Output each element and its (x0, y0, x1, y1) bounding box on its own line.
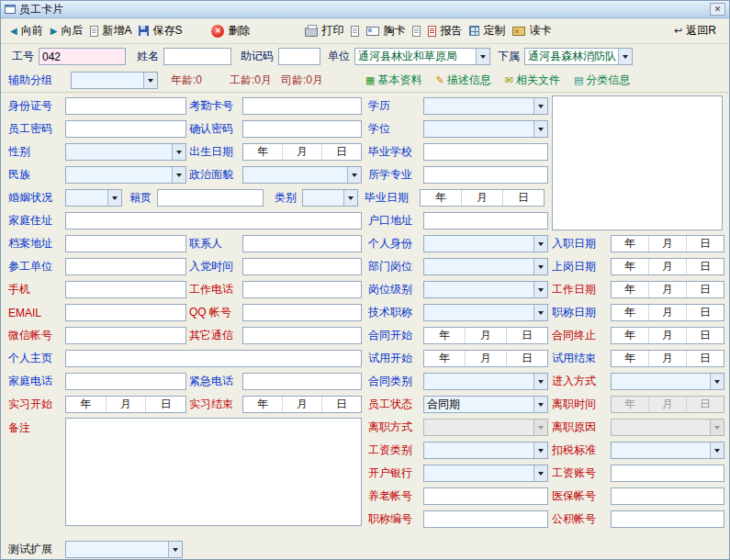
leave-reason-value (612, 420, 710, 435)
title-date-field[interactable]: 年月日 (611, 304, 724, 321)
name-field[interactable] (163, 48, 231, 65)
post-level-combo[interactable] (423, 281, 548, 298)
id-card-input[interactable] (65, 97, 186, 115)
basic-info-icon: ▦ (365, 75, 375, 85)
emp-status-combo[interactable]: 合同期 (423, 396, 548, 413)
backward-button[interactable]: ▶向后 (47, 21, 87, 40)
return-button[interactable]: ↩返回R (670, 21, 720, 40)
subordinate-value: 通河县森林消防队 (525, 49, 618, 64)
intern-start-field[interactable]: 年月日 (65, 396, 186, 413)
post-date-field[interactable]: 年月日 (611, 258, 724, 275)
qq-input[interactable] (242, 304, 362, 321)
close-button[interactable]: ✕ (710, 3, 725, 16)
bank-label: 开户银行 (368, 465, 423, 481)
tax-standard-combo[interactable] (611, 442, 724, 459)
delete-icon: ✕ (211, 25, 224, 38)
attendance-card-input[interactable] (242, 97, 362, 115)
customize-button[interactable]: 定制 (466, 21, 509, 40)
password-input[interactable] (65, 120, 186, 138)
test-ext-combo[interactable] (65, 541, 183, 558)
read-card-button[interactable]: 读卡 (509, 21, 555, 40)
major-input[interactable] (423, 166, 548, 184)
tab-related-files[interactable]: ✉相关文件 (505, 73, 560, 88)
trial-start-field[interactable]: 年月日 (423, 350, 548, 367)
marital-combo[interactable] (65, 189, 122, 207)
save-button[interactable]: 保存S (135, 21, 185, 40)
tax-standard-value (612, 442, 710, 458)
graduate-date-label: 毕业日期 (365, 190, 420, 206)
party-date-input[interactable] (242, 258, 362, 275)
household-address-input[interactable] (423, 212, 548, 230)
bank-combo[interactable] (423, 465, 548, 482)
work-date-field[interactable]: 年月日 (611, 281, 724, 298)
school-input[interactable] (423, 143, 548, 161)
new-button[interactable]: 新增A (86, 21, 135, 40)
badge-preview-button[interactable] (409, 24, 424, 39)
mobile-input[interactable] (65, 281, 186, 298)
degree-combo[interactable] (423, 120, 548, 138)
ethnicity-combo[interactable] (65, 166, 186, 184)
email-input[interactable] (65, 304, 186, 321)
archive-address-input[interactable] (65, 235, 186, 252)
salary-account-input[interactable] (611, 465, 724, 482)
trial-end-field[interactable]: 年月日 (611, 350, 724, 367)
tech-title-combo[interactable] (423, 304, 548, 321)
home-address-input[interactable] (65, 212, 362, 230)
emergency-phone-input[interactable] (242, 373, 362, 390)
homepage-input[interactable] (65, 350, 362, 367)
pension-account-input[interactable] (423, 487, 548, 505)
confirm-password-input[interactable] (242, 120, 362, 138)
contract-start-field[interactable]: 年月日 (423, 327, 548, 344)
save-icon (139, 26, 149, 36)
birth-date-label: 出生日期 (189, 144, 242, 160)
tab-classification-info[interactable]: ▤分类信息 (574, 73, 630, 88)
contract-end-field[interactable]: 年月日 (611, 327, 724, 344)
home-phone-input[interactable] (65, 373, 186, 390)
dropdown-arrow-icon (618, 49, 632, 64)
graduate-date-field[interactable]: 年月日 (420, 189, 545, 207)
native-place-input[interactable] (157, 189, 264, 207)
window-icon (5, 5, 16, 14)
print-preview-button[interactable] (347, 24, 363, 39)
badge-button[interactable]: 胸卡 (363, 21, 409, 40)
degree-value (424, 121, 533, 137)
subordinate-combo[interactable]: 通河县森林消防队 (524, 48, 633, 65)
delete-button[interactable]: ✕删除 (208, 21, 253, 40)
mnemonic-field[interactable] (278, 48, 320, 65)
intern-end-field[interactable]: 年月日 (242, 396, 362, 413)
personal-identity-combo[interactable] (423, 235, 548, 252)
work-phone-input[interactable] (242, 281, 362, 298)
tab-basic-info[interactable]: ▦基本资料 (365, 73, 421, 88)
contact-input[interactable] (242, 235, 362, 252)
political-combo[interactable] (242, 166, 362, 184)
gender-combo[interactable] (65, 143, 186, 161)
other-comm-input[interactable] (242, 327, 362, 344)
salary-type-combo[interactable] (423, 442, 548, 459)
bank-value (424, 465, 533, 481)
hire-date-field[interactable]: 年月日 (611, 235, 724, 252)
contract-type-combo[interactable] (423, 373, 548, 390)
tab-description-info[interactable]: ✎描述信息 (435, 73, 490, 88)
education-combo[interactable] (423, 97, 548, 115)
day-label: 日 (686, 351, 724, 366)
category-combo[interactable] (302, 189, 358, 207)
title-no-input[interactable] (423, 510, 548, 528)
first-unit-input[interactable] (65, 258, 186, 275)
leave-reason-combo (611, 419, 724, 436)
empno-field[interactable] (39, 48, 126, 65)
unit-combo[interactable]: 通河县林业和草原局 (354, 48, 490, 65)
aux-group-combo[interactable] (71, 72, 158, 89)
medical-account-input[interactable] (611, 487, 724, 505)
dept-post-combo[interactable] (423, 258, 548, 275)
print-button[interactable]: 打印 (301, 21, 347, 40)
remark-textarea[interactable] (65, 418, 362, 526)
entry-mode-combo[interactable] (611, 373, 724, 390)
fund-account-input[interactable] (611, 510, 724, 528)
report-button[interactable]: 报告 (424, 21, 466, 40)
badge-label: 胸卡 (383, 23, 405, 39)
tax-standard-label: 扣税标准 (552, 442, 611, 458)
birth-date-field[interactable]: 年月日 (242, 143, 362, 161)
forward-button[interactable]: ◀向前 (6, 21, 47, 40)
day-label: 日 (506, 328, 547, 343)
wechat-input[interactable] (65, 327, 186, 344)
